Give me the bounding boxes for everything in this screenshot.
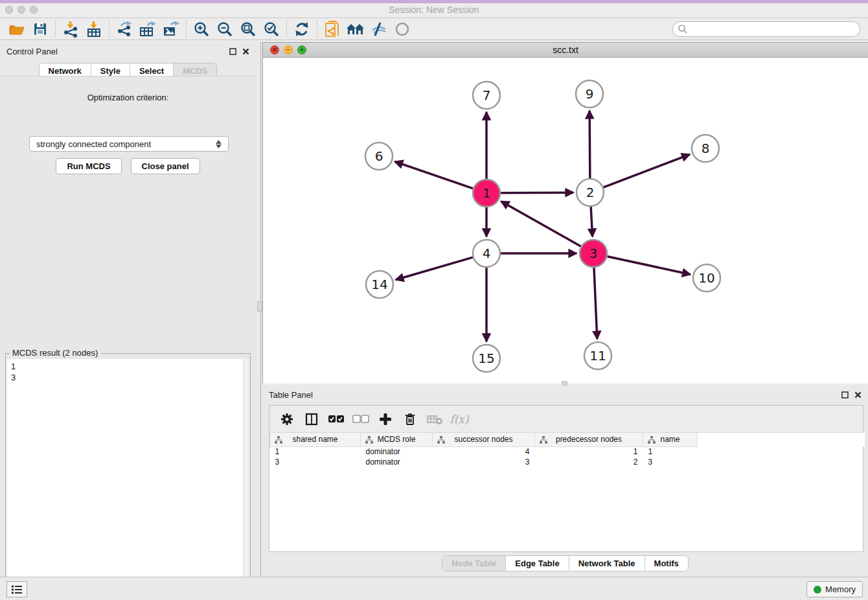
cell-MCDS-role[interactable]: dominator [361,446,433,457]
cell-predecessor-nodes[interactable]: 2 [535,457,643,467]
toolbar-separator [317,21,317,38]
cell-MCDS-role[interactable]: dominator [361,457,433,467]
task-history-button[interactable] [6,581,27,597]
search-input[interactable] [688,23,860,35]
graph-node-6[interactable]: 6 [365,143,393,170]
cell-shared-name[interactable]: 3 [270,457,361,467]
graph-node-2[interactable]: 2 [577,179,604,206]
open-session-button[interactable] [5,19,29,39]
graph-node-1[interactable]: 1 [473,179,500,207]
panel-splitter[interactable] [256,42,262,577]
column-header-empty [698,433,865,446]
tab-edge-table[interactable]: Edge Table [506,556,569,571]
edge-2-9[interactable] [589,111,590,178]
table-deselect-all-button[interactable] [350,410,372,429]
run-mcds-button[interactable]: Run MCDS [56,158,121,174]
edge-3-1[interactable] [501,202,581,246]
edge-4-14[interactable] [396,257,473,280]
zoom-fit-button[interactable] [236,19,260,39]
column-header-successor-nodes[interactable]: successor nodes [433,433,535,446]
result-scrollbar[interactable] [243,359,249,600]
export-network-button[interactable] [113,19,136,39]
cell-successor-nodes[interactable]: 4 [433,446,535,457]
table-panel: Table Panel [262,386,868,577]
table-select-all-button[interactable] [325,410,347,429]
search-icon [678,24,688,34]
float-panel-icon[interactable] [841,391,849,398]
tab-motifs[interactable]: Motifs [645,556,688,571]
node-table[interactable]: shared nameMCDS rolesuccessor nodesprede… [269,433,865,467]
table-settings-button[interactable] [276,410,298,429]
zoom-in-button[interactable] [190,19,213,39]
graph-node-4[interactable]: 4 [473,240,500,267]
table-add-column-button[interactable] [374,410,396,429]
column-header-shared-name[interactable]: shared name [270,433,361,446]
close-panel-button[interactable]: Close panel [131,158,200,174]
criterion-dropdown[interactable]: strongly connected component [29,136,229,152]
column-header-predecessor-nodes[interactable]: predecessor nodes [535,433,643,446]
edge-1-6[interactable] [395,161,474,188]
close-panel-icon[interactable] [242,48,249,55]
graph-node-3[interactable]: 3 [580,240,607,267]
export-image-button[interactable] [159,19,183,39]
tab-node-table[interactable]: Node Table [442,556,506,571]
edge-1-2[interactable] [501,192,573,193]
cell-name[interactable]: 1 [643,446,698,457]
network-window-titlebar[interactable]: ✕ − + scc.txt [263,43,868,58]
close-panel-icon[interactable] [854,391,862,398]
column-header-MCDS-role[interactable]: MCDS role [361,433,433,446]
export-table-button[interactable] [136,19,159,39]
graph-node-7[interactable]: 7 [473,82,500,109]
table-delete-column-button[interactable] [399,410,421,429]
table-row[interactable]: 1dominator411 [270,446,865,457]
splitter-grip[interactable] [257,301,262,312]
zoom-out-button[interactable] [213,19,236,39]
hierarchy-icon [275,436,282,444]
toolbar-separator [55,21,56,38]
graph-node-9[interactable]: 9 [576,80,603,108]
first-neighbors-button[interactable] [344,19,367,39]
network-maximize-button[interactable]: + [297,45,306,54]
table-row[interactable]: 3dominator323 [270,457,865,467]
cell-name[interactable]: 3 [643,457,698,467]
zoom-in-icon [193,21,210,38]
table-delete-table-button[interactable] [424,410,446,429]
cell-shared-name[interactable]: 1 [270,446,361,457]
memory-button[interactable]: Memory [806,581,863,597]
edge-2-8[interactable] [604,154,690,187]
graph-node-8[interactable]: 8 [692,135,719,162]
hierarchy-icon [540,436,547,444]
edge-3-10[interactable] [607,257,690,275]
cell-predecessor-nodes[interactable]: 1 [535,446,643,457]
import-table-button[interactable] [82,19,106,39]
status-bar: Memory [0,577,868,600]
edge-2-3[interactable] [591,207,592,237]
import-network-button[interactable] [59,19,82,39]
tab-network-table[interactable]: Network Table [569,556,645,571]
network-canvas[interactable]: 1234678910111415 [263,58,868,384]
zoom-selected-button[interactable] [260,19,283,39]
network-close-button[interactable]: ✕ [270,45,279,54]
refresh-button[interactable] [290,19,314,39]
zoom-fit-icon [240,21,257,38]
save-session-button[interactable] [29,19,52,39]
toolbar-separator [286,21,287,38]
network-minimize-button[interactable]: − [284,45,293,54]
edge-3-11[interactable] [594,268,597,339]
graph-node-15[interactable]: 15 [473,345,500,372]
hierarchy-icon [365,436,373,444]
table-function-builder-button[interactable]: f(x) [448,410,470,429]
cell-successor-nodes[interactable]: 3 [433,457,535,467]
column-header-name[interactable]: name [643,433,698,446]
table-split-columns-button[interactable] [301,410,323,429]
clone-network-button[interactable] [321,19,344,39]
show-graphics-details-button[interactable] [391,19,414,39]
graph-node-11[interactable]: 11 [584,342,611,369]
control-panel: Control Panel NetworkStyleSelectMCDS Opt… [0,42,256,577]
network-bottom-grip[interactable] [562,381,567,386]
graph-node-10[interactable]: 10 [693,264,720,292]
toolbar-search-field[interactable] [672,21,860,37]
graph-node-14[interactable]: 14 [366,271,393,298]
float-panel-icon[interactable] [229,48,236,55]
hide-graphics-details-button[interactable] [367,19,391,39]
